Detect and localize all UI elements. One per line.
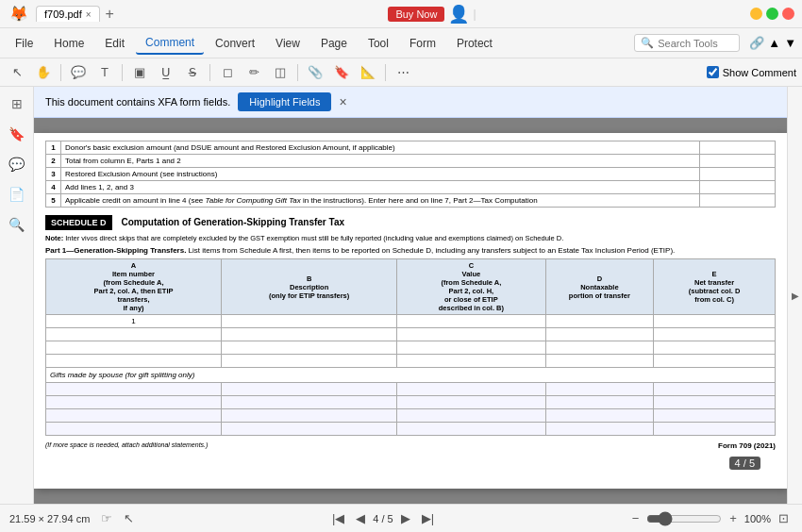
bottombar: 21.59 × 27.94 cm ☞ ↖ |◀ ◀ 4 / 5 ▶ ▶| − +… — [0, 504, 802, 532]
schedule-header-row: SCHEDULE D Computation of Generation-Ski… — [45, 215, 776, 230]
gifts-label-row: Gifts made by spouse (for gift splitting… — [46, 368, 776, 383]
menu-comment[interactable]: Comment — [136, 32, 204, 55]
hand-tool-bottom-button[interactable]: ☞ — [97, 509, 116, 527]
menu-convert[interactable]: Convert — [206, 33, 264, 54]
hand-tool-button[interactable]: ✋ — [32, 61, 55, 84]
menu-form[interactable]: Form — [400, 33, 445, 54]
menu-file[interactable]: File — [6, 33, 42, 54]
select-tool-bottom-button[interactable]: ↖ — [120, 509, 138, 527]
xfa-close-button[interactable]: × — [339, 94, 346, 109]
sidebar-comment-icon[interactable]: 💬 — [6, 153, 28, 175]
chevron-down-button[interactable]: ▼ — [784, 36, 796, 50]
zoom-slider[interactable] — [646, 511, 722, 526]
next-page-button[interactable]: ▶ — [397, 509, 414, 527]
table-row — [46, 423, 776, 436]
menu-edit[interactable]: Edit — [95, 33, 134, 54]
part1-header: Part 1—Generation-Skipping Transfers. Li… — [45, 246, 776, 255]
pdf-dimensions: 21.59 × 27.94 cm — [9, 513, 90, 524]
separator1 — [60, 64, 61, 81]
last-page-button[interactable]: ▶| — [418, 509, 438, 527]
strikethrough-button[interactable]: S̶ — [181, 61, 204, 84]
form-lines-table: 1 Donor's basic exclusion amount (and DS… — [45, 141, 776, 208]
xfa-notification-bar: This document contains XFA form fields. … — [34, 87, 787, 118]
show-comment-container: Show Comment — [707, 66, 796, 78]
search-tools-box[interactable]: 🔍 — [634, 34, 740, 52]
table-row: 5 Applicable credit on amount in line 4 … — [46, 194, 776, 208]
pdf-area: This document contains XFA form fields. … — [34, 87, 787, 504]
buy-now-button[interactable]: Buy Now — [388, 7, 444, 22]
menu-home[interactable]: Home — [44, 33, 93, 54]
footer-note: (If more space is needed, attach additio… — [45, 441, 208, 450]
titlebar: 🦊 f709.pdf × + Buy Now 👤 | — [0, 0, 802, 28]
first-page-button[interactable]: |◀ — [328, 509, 348, 527]
sidebar-page-thumbnail-icon[interactable]: ⊞ — [6, 92, 28, 115]
main-area: ⊞ 🔖 💬 📄 🔍 This document contains XFA for… — [0, 87, 802, 504]
close-button[interactable] — [782, 8, 794, 20]
menu-view[interactable]: View — [266, 33, 309, 54]
zoom-out-button[interactable]: − — [628, 509, 643, 527]
zoom-level: 100% — [744, 513, 771, 524]
cursor-tools: ☞ ↖ — [97, 509, 138, 527]
app-icon: 🦊 — [8, 3, 30, 25]
fit-page-button[interactable]: ⊡ — [775, 509, 793, 527]
page-display: 4 / 5 — [373, 513, 393, 524]
minimize-button[interactable] — [750, 8, 762, 20]
show-comment-checkbox[interactable] — [707, 66, 719, 78]
toolbar: ↖ ✋ 💬 T ▣ U̲ S̶ ◻ ✏ ◫ 📎 🔖 📐 ⋯ Show Comme… — [0, 58, 802, 87]
table-row: 1 — [46, 315, 776, 328]
file-tab[interactable]: f709.pdf × — [36, 6, 100, 22]
pencil-button[interactable]: ✏ — [242, 61, 265, 84]
column-header-row: AItem number(from Schedule A,Part 2, col… — [46, 259, 776, 315]
external-link-button[interactable]: 🔗 — [749, 36, 764, 50]
table-row: 3 Restored Exclusion Amount (see instruc… — [46, 168, 776, 181]
table-row — [46, 355, 776, 368]
attach-button[interactable]: 📎 — [304, 61, 326, 84]
titlebar-center: Buy Now 👤 | — [388, 4, 476, 25]
zoom-controls: − + 100% ⊡ — [628, 509, 793, 527]
prev-page-button[interactable]: ◀ — [352, 509, 369, 527]
sidebar-attachment-icon[interactable]: 📄 — [6, 183, 28, 206]
table-row: 2 Total from column E, Parts 1 and 2 — [46, 155, 776, 168]
sidebar-bookmark-icon[interactable]: 🔖 — [6, 123, 28, 145]
search-tools-input[interactable] — [658, 38, 733, 49]
menu-protect[interactable]: Protect — [447, 33, 502, 54]
zoom-in-button[interactable]: + — [726, 509, 741, 527]
scroll-right-indicator: ▶ — [792, 291, 799, 301]
highlight-button[interactable]: ▣ — [128, 61, 151, 84]
table-row: 1 Donor's basic exclusion amount (and DS… — [46, 141, 776, 155]
text-comment-button[interactable]: T — [93, 61, 116, 84]
highlight-fields-button[interactable]: Highlight Fields — [238, 92, 331, 111]
new-tab-button[interactable]: + — [106, 6, 114, 23]
separator5 — [385, 64, 386, 81]
sidebar-left: ⊞ 🔖 💬 📄 🔍 — [0, 87, 34, 504]
sidebar-search-icon[interactable]: 🔍 — [6, 213, 28, 236]
schedule-title: Computation of Generation-Skipping Trans… — [122, 217, 345, 227]
pdf-content: 1 Donor's basic exclusion amount (and DS… — [34, 133, 787, 457]
measure-button[interactable]: 📐 — [357, 61, 379, 84]
shape-button[interactable]: ◻ — [216, 61, 239, 84]
titlebar-left: 🦊 f709.pdf × + — [8, 3, 114, 25]
window-extra-controls: 🔗 ▲ ▼ — [749, 36, 796, 50]
sticky-note-button[interactable]: 💬 — [67, 61, 90, 84]
separator2 — [122, 64, 123, 81]
tab-filename: f709.pdf — [44, 8, 82, 20]
table-row — [46, 396, 776, 409]
form-number: Form 709 (2021) — [718, 441, 776, 450]
separator3 — [209, 64, 210, 81]
underline-button[interactable]: U̲ — [155, 61, 177, 84]
tab-close-button[interactable]: × — [86, 9, 92, 20]
stamp-button[interactable]: 🔖 — [330, 61, 353, 84]
schedule-label: SCHEDULE D — [45, 215, 112, 230]
more-tools-button[interactable]: ⋯ — [392, 61, 414, 84]
search-icon: 🔍 — [641, 37, 654, 49]
bottombar-left: 21.59 × 27.94 cm — [9, 513, 90, 524]
menu-page[interactable]: Page — [311, 33, 357, 54]
maximize-button[interactable] — [766, 8, 778, 20]
select-tool-button[interactable]: ↖ — [6, 61, 28, 84]
chevron-up-button[interactable]: ▲ — [768, 36, 780, 50]
table-row — [46, 409, 776, 423]
menu-tool[interactable]: Tool — [359, 33, 398, 54]
schedule-d-table: AItem number(from Schedule A,Part 2, col… — [45, 258, 776, 436]
menubar: File Home Edit Comment Convert View Page… — [0, 28, 802, 58]
eraser-button[interactable]: ◫ — [269, 61, 292, 84]
